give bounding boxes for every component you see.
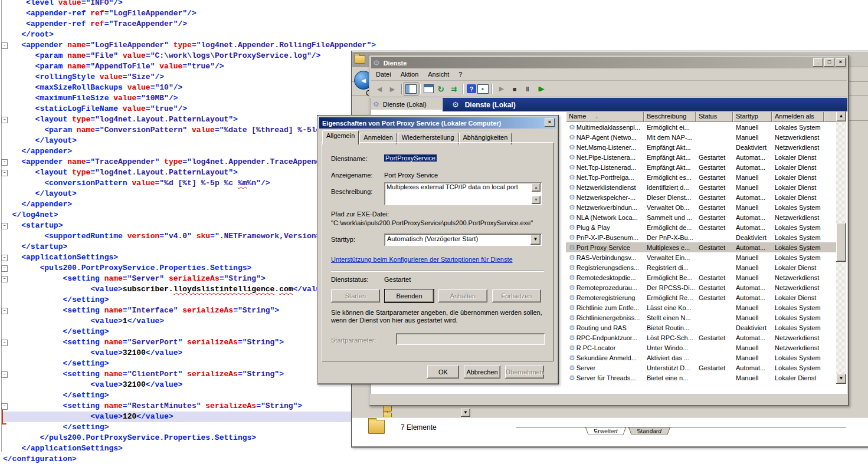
help-icon[interactable]: ? (467, 84, 476, 93)
table-row[interactable]: ⚙RAS-Verbindungsv...Verwaltet Ein...Manu… (566, 252, 846, 262)
table-row[interactable]: ⚙R PC-LocatorUnter Windo...ManuellNetzwe… (566, 343, 846, 353)
extended-view-icon[interactable]: ▸ (477, 84, 489, 94)
table-row[interactable]: ⚙Remoteprozedurau...Der RPCSS-Di...Gesta… (566, 282, 846, 292)
scroll-up-icon[interactable]: ▲ (532, 183, 541, 192)
table-row[interactable]: ⚙PnP-X-IP-Busenum...Der PnP-X-Bu...Deakt… (566, 232, 846, 242)
table-row[interactable]: ⚙NLA (Network Loca...Sammelt und ...Gest… (566, 212, 846, 222)
tab-allgemein[interactable]: Allgemein (322, 130, 359, 144)
service-start-cell: Manuell (733, 184, 772, 191)
abbrechen-button[interactable]: Abbrechen (464, 366, 500, 379)
scrollbar-thumb[interactable] (836, 223, 846, 262)
table-row[interactable]: ⚙Registrierungsdiens...Registriert di...… (566, 262, 846, 272)
scroll-down-icon[interactable]: ▼ (532, 196, 541, 204)
dienstname-value[interactable]: PortProxyService (384, 154, 437, 162)
table-row[interactable]: ⚙Multimediaklassenpl...Ermöglicht ei...M… (566, 122, 846, 132)
table-row[interactable]: ⚙Remotedesktopdie...Ermöglicht Be...Gest… (566, 272, 846, 282)
tree-item-dienste-lokal[interactable]: ⚙ Dienste (Lokal) (371, 99, 442, 110)
service-start-cell: Manuell (733, 124, 772, 131)
service-desc-cell: Stellt einen N... (644, 314, 696, 321)
service-name: NLA (Network Loca... (577, 214, 638, 221)
table-row[interactable]: ⚙Sekundäre Anmeld...Aktiviert das ...Man… (566, 353, 846, 363)
column-label: Anmelden als (775, 113, 814, 120)
maximize-icon[interactable]: □ (824, 58, 834, 67)
table-row[interactable]: ⚙Net.Tcp-Listenerad...Empfängt Akt...Ges… (566, 162, 846, 172)
beenden-button[interactable]: Beenden (385, 289, 434, 302)
pause-service-icon[interactable]: ‖ (522, 84, 533, 94)
column-header-status[interactable]: Status (696, 111, 733, 122)
service-status-cell: Gestartet (696, 194, 733, 201)
start-service-icon[interactable]: ▶ (496, 84, 507, 94)
table-row[interactable]: ⚙NAP-Agent (Netwo...Mit dem NAP-...Manue… (566, 132, 846, 142)
menu-item-help[interactable]: ? (454, 70, 467, 79)
ok-button[interactable]: OK (427, 366, 459, 379)
column-header-beschreibung[interactable]: Beschreibung (644, 111, 696, 122)
table-row[interactable]: ⚙Plug & PlayErmöglicht de...GestartetAut… (566, 222, 846, 232)
refresh-icon[interactable]: ↻ (435, 84, 447, 94)
table-row[interactable]: ⚙Net.Tcp-Portfreiga...Ermöglicht es...Ge… (566, 172, 846, 182)
table-row[interactable]: ⚙Richtlinie zum Entfe...Lässt eine Ko...… (566, 302, 846, 312)
table-row[interactable]: ⚙Server für Threads...Bietet eine n...Ma… (566, 373, 846, 383)
back-icon[interactable]: ◄ (374, 84, 385, 94)
service-start-cell: Manuell (733, 374, 772, 381)
menu-item-ansicht[interactable]: Ansicht (423, 70, 454, 79)
service-logon-cell: Lokaler Dienst (772, 154, 824, 161)
service-name-cell: ⚙Sekundäre Anmeld... (566, 354, 644, 362)
view-tab-standard[interactable]: Standard (628, 427, 670, 435)
service-start-cell: Deaktiviert (733, 144, 772, 151)
übernehmen-button: Übernehmen (505, 366, 544, 379)
column-label: Starttyp (736, 113, 758, 120)
starttyp-combobox[interactable]: Automatisch (Verzögerter Start) ▼ (384, 233, 542, 246)
toolbar-separator (492, 84, 493, 94)
stop-service-icon[interactable]: ■ (509, 84, 520, 94)
service-desc-cell: Empfängt Akt... (644, 164, 696, 171)
service-logon-cell: Lokales System (772, 364, 824, 371)
chevron-down-icon[interactable]: ▼ (530, 235, 541, 245)
table-row[interactable]: ⚙RPC-Endpunktzuor...Löst RPC-Sch...Gesta… (566, 333, 846, 343)
close-icon[interactable]: × (545, 119, 555, 127)
forward-icon[interactable]: ► (386, 84, 398, 94)
properties-dialog: Eigenschaften von Port Proxy Service (Lo… (317, 115, 559, 384)
table-row[interactable]: ⚙ServerUnterstützt D...GestartetAutomat.… (566, 363, 846, 373)
close-icon[interactable]: × (836, 58, 846, 67)
vertical-scrollbar[interactable]: ▲ ▼ (836, 111, 846, 384)
startparameter-input[interactable] (396, 333, 545, 345)
service-name-cell: ⚙Multimediaklassenpl... (566, 123, 644, 131)
table-row[interactable]: ⚙NetzwerklistendienstIdentifiziert d...G… (566, 182, 846, 192)
dialog-titlebar[interactable]: Eigenschaften von Port Proxy Service (Lo… (319, 117, 556, 129)
table-row[interactable]: ⚙RemoteregistrierungErmöglicht Re...Gest… (566, 292, 846, 302)
minimize-icon[interactable]: _ (813, 58, 823, 67)
service-gear-icon: ⚙ (569, 364, 575, 372)
table-row[interactable]: ⚙Routing und RASBietet Routin...Deaktivi… (566, 323, 846, 333)
show-console-tree-icon[interactable] (405, 84, 417, 94)
menu-item-aktion[interactable]: Aktion (396, 70, 424, 79)
scroll-up-icon[interactable]: ▲ (836, 111, 846, 121)
column-header-starttyp[interactable]: Starttyp (733, 111, 772, 122)
export-list-icon[interactable]: ⇉ (448, 84, 460, 94)
service-name: Plug & Play (577, 224, 610, 231)
table-row[interactable]: ⚙Richtlinienergebniss...Stellt einen N..… (566, 312, 846, 323)
scroll-down-icon[interactable]: ▼ (836, 374, 846, 384)
beschreibung-field[interactable]: Multiplexes external TCP/IP data on loca… (384, 182, 542, 205)
table-row[interactable]: ⚙Net.Msmq-Listener...Empfängt Akt...Deak… (566, 142, 846, 152)
dienstname-label: Dienstname: (331, 155, 368, 162)
column-header-anmelden-als[interactable]: Anmelden als (772, 111, 824, 122)
table-row[interactable]: ⚙Netzwerkverbindun...Verwaltet Ob...Gest… (566, 202, 846, 212)
column-header-name[interactable]: Name▲ (566, 111, 644, 122)
table-row[interactable]: ⚙Netzwerkspeicher-...Dieser Dienst...Ges… (566, 192, 846, 202)
service-gear-icon: ⚙ (569, 213, 575, 222)
service-desc-cell: Mit dem NAP-... (644, 134, 696, 141)
table-row[interactable]: ⚙Net.Pipe-Listenera...Empfängt Akt...Ges… (566, 152, 846, 162)
table-row[interactable]: ⚙Port Proxy ServiceMultiplexes e...Gesta… (566, 242, 846, 252)
menu-item-datei[interactable]: Datei (371, 70, 396, 79)
restart-service-icon[interactable]: ▮▶ (535, 84, 546, 94)
dropdown-button[interactable]: ▼ (461, 409, 470, 417)
service-desc-cell: Sammelt und ... (644, 214, 696, 221)
view-tab-erweitert[interactable]: Erweitert (585, 427, 626, 435)
properties-icon[interactable] (424, 84, 434, 93)
service-gear-icon: ⚙ (569, 314, 575, 322)
service-status-cell: Gestartet (696, 274, 733, 281)
code-line: <value>120</value> (3, 412, 357, 422)
startoptions-help-link[interactable]: Unterstützung beim Konfigurieren der Sta… (331, 256, 513, 263)
services-titlebar[interactable]: ⚙ Dienste (371, 57, 847, 68)
service-status-cell: Gestartet (696, 224, 733, 231)
